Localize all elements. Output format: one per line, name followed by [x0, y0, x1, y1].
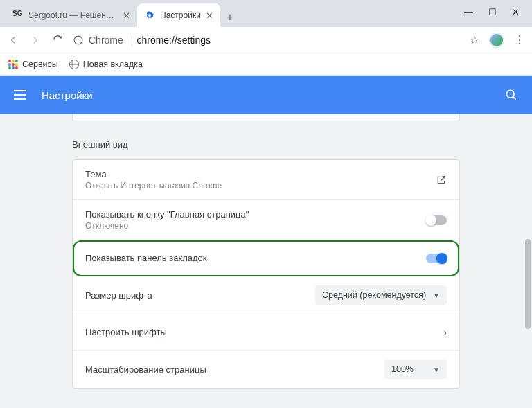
bookmark-label: Новая вкладка [83, 60, 143, 69]
theme-sub: Открыть Интернет-магазин Chrome [85, 181, 436, 190]
theme-row[interactable]: Тема Открыть Интернет-магазин Chrome [73, 160, 459, 200]
tab-inactive[interactable]: SG Sergoot.ru — Решение ваших п… ✕ [6, 3, 137, 27]
browser-toolbar: Chrome | chrome://settings ☆ ⋮ [0, 27, 532, 53]
tab-title: Sergoot.ru — Решение ваших п… [28, 10, 118, 20]
window-controls: — ☐ ✕ [452, 0, 532, 24]
maximize-button[interactable]: ☐ [488, 7, 497, 17]
back-button[interactable] [7, 34, 19, 46]
tab-title: Настройки [160, 10, 201, 20]
theme-label: Тема [85, 169, 436, 179]
close-tab-icon[interactable]: ✕ [123, 10, 130, 21]
reload-button[interactable] [51, 34, 64, 46]
chevron-down-icon: ▼ [433, 292, 440, 299]
minimize-button[interactable]: — [464, 7, 473, 17]
home-button-row: Показывать кнопку "Главная страница" Отк… [73, 200, 459, 240]
close-button[interactable]: ✕ [512, 7, 520, 17]
address-bar[interactable]: Chrome | chrome://settings [73, 35, 460, 46]
settings-header: Настройки [0, 76, 532, 114]
bookmark-newtab[interactable]: Новая вкладка [69, 60, 143, 69]
info-icon [73, 35, 83, 45]
chevron-right-icon: › [443, 327, 447, 338]
close-tab-icon[interactable]: ✕ [206, 10, 213, 21]
sergoot-favicon: SG [12, 10, 24, 21]
settings-content: Внешний вид Тема Открыть Интернет-магази… [0, 114, 532, 408]
zoom-dropdown[interactable]: 100% ▼ [384, 360, 447, 379]
menu-button[interactable] [14, 90, 26, 100]
apps-icon [8, 60, 18, 69]
font-size-row: Размер шрифта Средний (рекомендуется) ▼ [73, 276, 459, 314]
zoom-label: Масштабирование страницы [85, 364, 384, 375]
forward-button[interactable] [29, 34, 42, 46]
scrollbar-thumb[interactable] [525, 239, 531, 329]
home-button-toggle[interactable] [426, 215, 447, 225]
external-link-icon [436, 175, 447, 186]
globe-icon [69, 60, 79, 69]
settings-favicon [144, 10, 155, 21]
profile-avatar[interactable] [489, 33, 504, 48]
zoom-value: 100% [391, 364, 414, 374]
font-size-value: Средний (рекомендуется) [322, 290, 426, 300]
new-tab-button[interactable]: + [220, 8, 240, 27]
font-size-dropdown[interactable]: Средний (рекомендуется) ▼ [315, 285, 447, 305]
bookmarks-bar-label: Показывать панель закладок [85, 253, 426, 263]
bookmarks-bar: Сервисы Новая вкладка [0, 53, 532, 76]
font-size-label: Размер шрифта [85, 290, 315, 301]
section-appearance-title: Внешний вид [72, 139, 460, 150]
menu-icon[interactable]: ⋮ [514, 33, 525, 46]
page-title: Настройки [42, 89, 93, 101]
omnibox-security-label: Chrome [89, 35, 123, 46]
customize-fonts-row[interactable]: Настроить шрифты › [73, 314, 459, 351]
appearance-card: Тема Открыть Интернет-магазин Chrome Пок… [72, 159, 460, 389]
customize-fonts-label: Настроить шрифты [85, 327, 443, 337]
tab-active[interactable]: Настройки ✕ [137, 3, 220, 27]
apps-shortcut[interactable]: Сервисы [8, 60, 58, 69]
home-button-sub: Отключено [85, 221, 426, 231]
chevron-down-icon: ▼ [433, 366, 440, 373]
svg-point-1 [506, 90, 514, 98]
bookmarks-bar-row: Показывать панель закладок [73, 240, 459, 276]
bookmarks-bar-toggle[interactable] [426, 254, 447, 263]
apps-label: Сервисы [22, 60, 58, 69]
previous-card-fragment [72, 114, 460, 121]
zoom-row: Масштабирование страницы 100% ▼ [73, 351, 459, 388]
search-icon[interactable] [504, 88, 518, 102]
star-icon[interactable]: ☆ [470, 33, 479, 46]
home-button-label: Показывать кнопку "Главная страница" [85, 209, 426, 220]
omnibox-url: chrome://settings [136, 35, 211, 46]
